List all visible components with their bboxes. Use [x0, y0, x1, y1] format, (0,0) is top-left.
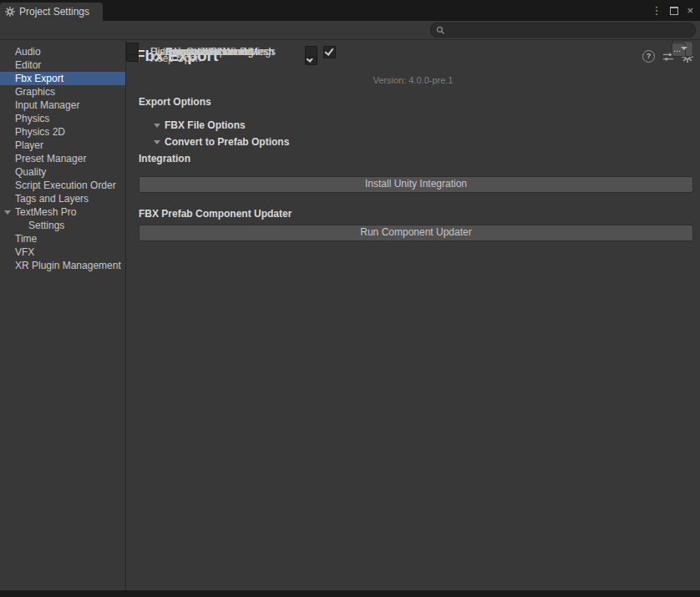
sidebar-item-settings[interactable]: Settings [0, 219, 125, 232]
settings-nav: AudioEditorFbx ExportGraphicsInput Manag… [0, 40, 126, 590]
row-fbx-file-options[interactable]: FBX File Options [126, 117, 700, 134]
sidebar-item-label: Preset Manager [15, 153, 86, 164]
foldout-arrow-icon[interactable] [4, 210, 11, 215]
sidebar-item-label: Graphics [15, 86, 55, 98]
row-hide-native-menu: Hide Native Menu [126, 43, 139, 55]
sidebar-item-preset-manager[interactable]: Preset Manager [0, 152, 125, 165]
run-component-updater-button[interactable]: Run Component Updater [139, 225, 693, 241]
section-title: Export Options [139, 96, 211, 108]
fbx-export-form: Export OptionsDisplay Options WindowFBX … [126, 94, 700, 242]
sidebar-item-physics-2d[interactable]: Physics 2D [0, 125, 125, 139]
sidebar-item-label: TextMesh Pro [15, 206, 76, 218]
sidebar-item-tags-and-layers[interactable]: Tags and Layers [0, 192, 125, 205]
sidebar-item-label: Quality [15, 166, 46, 178]
tab-title: Project Settings [19, 6, 89, 18]
help-icon[interactable]: ? [642, 50, 655, 63]
sidebar-item-label: XR Plugin Management [15, 260, 121, 271]
sidebar-item-input-manager[interactable]: Input Manager [0, 99, 125, 112]
version-label: Version: 4.0.0-pre.1 [126, 75, 700, 85]
sidebar-item-player[interactable]: Player [0, 139, 125, 152]
sidebar-item-physics[interactable]: Physics [0, 112, 125, 125]
sidebar-item-label: Fbx Export [15, 73, 63, 84]
sidebar-item-label: Editor [15, 59, 41, 71]
search-input[interactable] [449, 25, 690, 35]
row-convert-to-prefab-options[interactable]: Convert to Prefab Options [126, 134, 700, 150]
section-integration: Integration [126, 150, 700, 167]
sidebar-item-label: Script Execution Order [15, 180, 116, 191]
3d-application-browse-button[interactable]: ... [672, 43, 686, 57]
sidebar-item-audio[interactable]: Audio [0, 45, 125, 58]
section-export-options: Export Options [126, 94, 700, 110]
sidebar-item-label: Player [15, 139, 43, 151]
window-menu-icon[interactable]: ⋮ [651, 5, 662, 16]
section-title: FBX Prefab Component Updater [139, 208, 292, 220]
sidebar-item-quality[interactable]: Quality [0, 165, 125, 179]
gear-icon [5, 7, 15, 17]
search-icon [436, 26, 445, 35]
row-run-component-updater: Run Component Updater [126, 222, 700, 242]
install-unity-integration-button[interactable]: Install Unity Integration [139, 176, 693, 193]
project-settings-window: Project Settings ⋮ × AudioEditorFbx Expo… [0, 0, 700, 597]
sidebar-item-label: Audio [15, 46, 41, 58]
close-icon[interactable]: × [687, 5, 693, 16]
sidebar-item-editor[interactable]: Editor [0, 58, 125, 72]
row-3d-application: 3D ApplicationMaya 2019... [672, 41, 693, 57]
field-label: Hide Native Menu [150, 46, 230, 58]
compatible-naming-checkbox[interactable] [323, 46, 336, 58]
window-bottom-edge [0, 590, 700, 597]
sidebar-item-xr-plugin-management[interactable]: XR Plugin Management [0, 259, 125, 272]
foldout-label: FBX File Options [165, 119, 246, 131]
content-area: AudioEditorFbx ExportGraphicsInput Manag… [0, 40, 700, 590]
section-title: Integration [139, 153, 190, 164]
tab-project-settings[interactable]: Project Settings [0, 3, 103, 21]
foldout-arrow-icon[interactable] [154, 140, 160, 144]
sidebar-item-label: Tags and Layers [15, 193, 89, 205]
sidebar-item-label: Time [15, 233, 37, 245]
sidebar-item-label: Physics 2D [15, 126, 65, 138]
titlebar: Project Settings ⋮ × [0, 0, 700, 21]
maximize-icon[interactable] [670, 7, 678, 15]
main-panel: Fbx Export ? [126, 40, 700, 590]
sidebar-item-label: Physics [15, 113, 49, 124]
window-controls: ⋮ × [651, 0, 693, 21]
sidebar-item-script-execution-order[interactable]: Script Execution Order [0, 179, 125, 192]
foldout-arrow-icon[interactable] [154, 124, 160, 128]
foldout-label: Convert to Prefab Options [165, 136, 289, 148]
sidebar-item-time[interactable]: Time [0, 232, 125, 245]
sidebar-item-label: Input Manager [15, 99, 79, 111]
section-fbx-prefab-component-updater: FBX Prefab Component Updater [126, 205, 700, 222]
row-install-unity-integration: Install Unity Integration [126, 174, 700, 194]
sidebar-item-vfx[interactable]: VFX [0, 245, 125, 259]
sidebar-item-textmesh-pro[interactable]: TextMesh Pro [0, 205, 125, 219]
toolbar [0, 21, 700, 40]
sidebar-item-label: VFX [15, 246, 34, 258]
sidebar-item-graphics[interactable]: Graphics [0, 85, 125, 99]
sidebar-item-label: Settings [28, 220, 64, 231]
sidebar-item-fbx-export[interactable]: Fbx Export [0, 72, 125, 85]
search-box[interactable] [430, 23, 696, 38]
hide-native-menu-checkbox[interactable] [305, 46, 317, 58]
